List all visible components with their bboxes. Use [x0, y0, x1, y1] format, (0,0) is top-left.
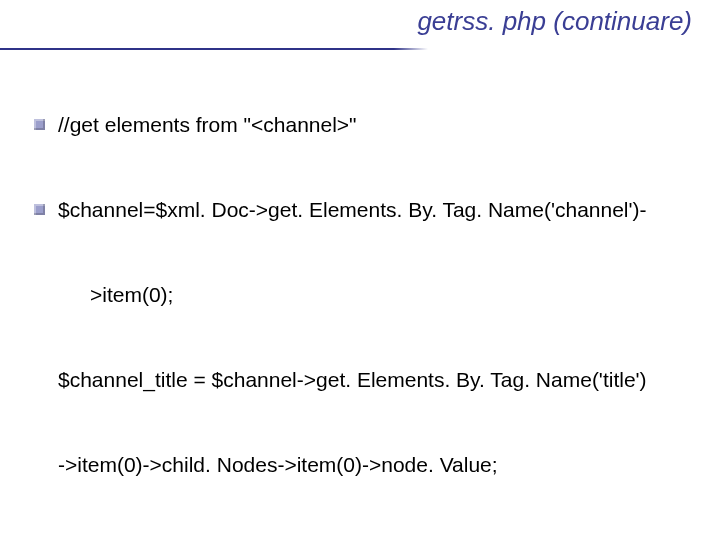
code-line: //get elements from "<channel>" [58, 111, 700, 139]
slide: getrss. php (continuare) //get elements … [0, 0, 720, 540]
code-block: //get elements from "<channel>" $channel… [58, 54, 700, 540]
code-text: ->item(0)->child. Nodes->item(0)->node. … [58, 453, 498, 476]
code-line: $channel_link = $channel->get. Elements.… [58, 536, 700, 540]
code-text: //get elements from "<channel>" [58, 113, 357, 136]
bullet-icon [34, 204, 45, 215]
divider [0, 48, 428, 50]
code-line: $channel_title = $channel->get. Elements… [58, 366, 700, 394]
code-text: $channel_title = $channel->get. Elements… [58, 368, 647, 391]
code-line: $channel=$xml. Doc->get. Elements. By. T… [58, 196, 700, 224]
bullet-icon [34, 119, 45, 130]
code-line: ->item(0)->child. Nodes->item(0)->node. … [58, 451, 700, 479]
slide-title: getrss. php (continuare) [417, 6, 692, 37]
code-text: $channel=$xml. Doc->get. Elements. By. T… [58, 198, 647, 221]
code-text: >item(0); [90, 283, 173, 306]
code-line: >item(0); [58, 281, 700, 309]
